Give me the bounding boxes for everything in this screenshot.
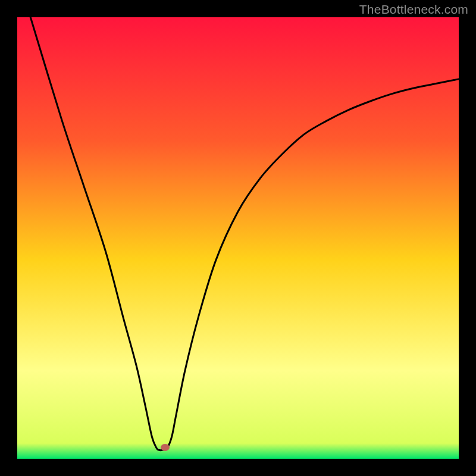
watermark-text: TheBottleneck.com xyxy=(359,2,468,17)
chart-frame: TheBottleneck.com xyxy=(0,0,476,476)
bottleneck-curve xyxy=(17,17,459,459)
plot-area xyxy=(17,17,459,459)
